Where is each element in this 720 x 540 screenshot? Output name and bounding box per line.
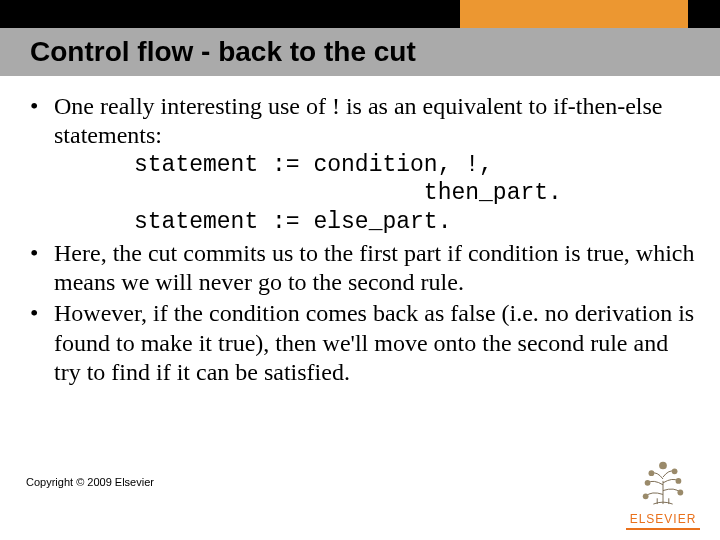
bullet-item: However, if the condition comes back as … (26, 299, 696, 387)
bullet-text: However, if the condition comes back as … (54, 300, 694, 385)
svg-point-4 (649, 470, 655, 476)
code-block: statement := condition, !, then_part. st… (54, 151, 696, 237)
svg-point-5 (672, 468, 678, 474)
bullet-item: One really interesting use of ! is as an… (26, 92, 696, 237)
publisher-logo: ELSEVIER (626, 452, 700, 530)
copyright-text: Copyright © 2009 Elsevier (26, 476, 154, 488)
bullet-item: Here, the cut commits us to the first pa… (26, 239, 696, 298)
slide-content: One really interesting use of ! is as an… (26, 92, 696, 389)
svg-point-3 (676, 478, 682, 484)
brand-underline (626, 528, 700, 530)
top-orange-tab (460, 0, 688, 28)
svg-point-2 (645, 480, 651, 486)
tree-icon (634, 452, 692, 506)
bullet-text: Here, the cut commits us to the first pa… (54, 240, 695, 295)
title-bar: Control flow - back to the cut (0, 28, 720, 76)
brand-name: ELSEVIER (626, 512, 700, 526)
bullet-text: One really interesting use of ! is as an… (54, 93, 662, 148)
bullet-list: One really interesting use of ! is as an… (26, 92, 696, 387)
svg-point-1 (677, 490, 683, 496)
slide-title: Control flow - back to the cut (30, 36, 416, 68)
svg-point-6 (659, 462, 667, 470)
svg-point-0 (643, 493, 649, 499)
